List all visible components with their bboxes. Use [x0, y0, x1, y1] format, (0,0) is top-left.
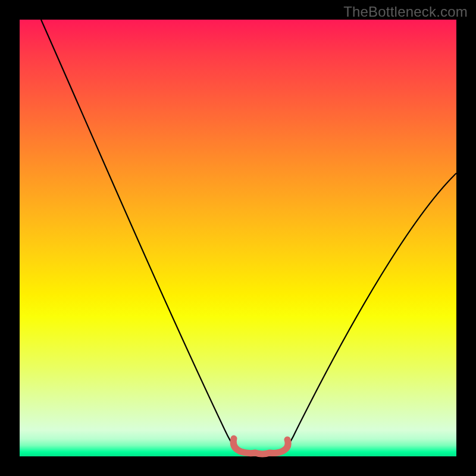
chart-svg	[20, 20, 456, 456]
watermark-text: TheBottleneck.com	[343, 4, 468, 20]
chart-frame: TheBottleneck.com	[0, 0, 476, 476]
flat-region-marker	[233, 439, 288, 454]
bottleneck-curve-line	[41, 20, 456, 453]
